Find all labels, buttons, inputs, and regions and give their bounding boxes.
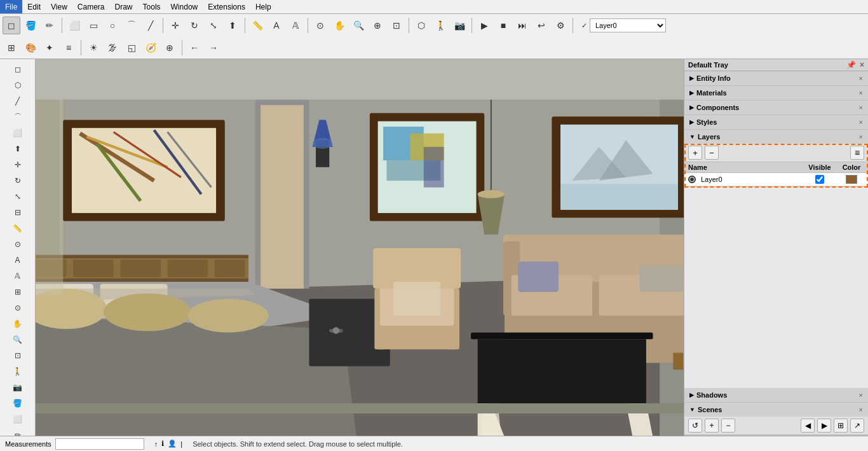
menu-file[interactable]: File xyxy=(0,0,22,13)
reverse-btn[interactable]: ↩ xyxy=(532,17,550,34)
entity-info-header[interactable]: ▶ Entity Info × xyxy=(684,71,868,85)
fog-btn[interactable]: 🌫 xyxy=(104,39,121,57)
pan-btn[interactable]: ✋ xyxy=(330,17,348,34)
scenes-close[interactable]: × xyxy=(859,406,863,413)
forward-btn[interactable]: → xyxy=(205,39,222,57)
scene-export-btn[interactable]: ↗ xyxy=(850,419,864,433)
left-orbit-btn[interactable]: ⊙ xyxy=(10,300,25,316)
materials-close[interactable]: × xyxy=(859,89,863,97)
layer-color-cell[interactable] xyxy=(839,175,864,184)
components-header[interactable]: ▶ Components × xyxy=(684,101,868,114)
scale-btn[interactable]: ⤡ xyxy=(205,17,222,34)
zoom-window-btn[interactable]: ⊕ xyxy=(369,17,386,34)
styles-close[interactable]: × xyxy=(859,118,863,126)
menu-edit[interactable]: Edit xyxy=(22,0,46,13)
materials-btn[interactable]: 🎨 xyxy=(22,39,39,57)
left-tape-btn[interactable]: 📏 xyxy=(10,221,25,236)
scene-prev-btn[interactable]: ◀ xyxy=(801,419,815,433)
step-btn[interactable]: ⏭ xyxy=(513,17,531,34)
menu-camera[interactable]: Camera xyxy=(72,0,110,13)
scene-grid-btn[interactable]: ⊞ xyxy=(834,419,848,433)
orbit-btn[interactable]: ⊙ xyxy=(311,17,329,34)
position-camera-btn[interactable]: 📷 xyxy=(451,17,468,34)
left-pan-btn[interactable]: ✋ xyxy=(10,316,25,331)
scenes-header[interactable]: ▼ Scenes × xyxy=(684,403,868,417)
menu-help[interactable]: Help xyxy=(250,0,276,13)
layer-visible-cell[interactable] xyxy=(801,175,839,184)
walk-btn[interactable]: 🚶 xyxy=(431,17,449,34)
nav-btn[interactable]: 🧭 xyxy=(142,39,159,57)
left-pencil-btn[interactable]: ✏ xyxy=(10,427,25,436)
components-btn[interactable]: ⊞ xyxy=(3,39,20,57)
select-tool-btn[interactable]: ◻ xyxy=(3,17,20,34)
styles-btn[interactable]: ✦ xyxy=(41,39,58,57)
zoom-extents-btn[interactable]: ⊡ xyxy=(388,17,405,34)
rectangle-btn[interactable]: ▭ xyxy=(85,17,102,34)
left-select2-btn[interactable]: ⬡ xyxy=(10,78,25,93)
layers-header[interactable]: ▼ Layers × xyxy=(684,130,868,144)
layer-visible-checkbox[interactable] xyxy=(815,175,824,184)
shadows-close[interactable]: × xyxy=(859,391,863,399)
layer-active-radio[interactable] xyxy=(688,176,696,183)
arc-btn[interactable]: ⌒ xyxy=(123,17,140,34)
layer-color-swatch[interactable] xyxy=(846,175,857,184)
pencil-btn[interactable]: ✏ xyxy=(41,17,58,34)
styles-header[interactable]: ▶ Styles × xyxy=(684,115,868,129)
left-walkthr-btn[interactable]: 🚶 xyxy=(10,364,25,379)
left-paint-btn[interactable]: 🪣 xyxy=(10,396,25,411)
layers-btn-toolbar[interactable]: ≡ xyxy=(60,39,78,57)
stop-btn[interactable]: ■ xyxy=(494,17,512,34)
scene-remove-btn[interactable]: − xyxy=(721,419,735,433)
viewport[interactable] xyxy=(36,59,684,436)
menu-extensions[interactable]: Extensions xyxy=(203,0,250,13)
menu-draw[interactable]: Draw xyxy=(110,0,138,13)
settings-btn[interactable]: ⚙ xyxy=(552,17,569,34)
left-move-btn[interactable]: ✛ xyxy=(10,157,25,172)
left-3dtext-btn[interactable]: 𝔸 xyxy=(10,268,25,284)
rotate-btn[interactable]: ↻ xyxy=(186,17,203,34)
move-btn[interactable]: ✛ xyxy=(166,17,184,34)
line-btn[interactable]: ╱ xyxy=(142,17,159,34)
info-icon[interactable]: ℹ xyxy=(161,440,164,448)
scene-refresh-btn[interactable]: ↺ xyxy=(688,419,702,433)
layer-row-layer0[interactable]: Layer0 xyxy=(684,173,868,186)
measurements-input[interactable] xyxy=(55,438,144,450)
eraser-btn[interactable]: ⬜ xyxy=(65,17,83,34)
left-zoom2-btn[interactable]: 🔍 xyxy=(10,332,25,347)
left-protractor-btn[interactable]: ⊙ xyxy=(10,237,25,252)
zoom-btn[interactable]: 🔍 xyxy=(349,17,367,34)
left-offset-btn[interactable]: ⊟ xyxy=(10,205,25,220)
left-select-btn[interactable]: ◻ xyxy=(10,62,25,77)
layers-close[interactable]: × xyxy=(859,133,863,141)
left-line-btn[interactable]: ╱ xyxy=(10,94,25,109)
left-arc-btn[interactable]: ⌒ xyxy=(10,109,25,125)
panel-close-icon[interactable]: × xyxy=(860,60,864,69)
scene-next-btn[interactable]: ▶ xyxy=(817,419,831,433)
menu-tools[interactable]: Tools xyxy=(138,0,166,13)
panel-pin-icon[interactable]: 📌 xyxy=(846,60,856,69)
shadows-header[interactable]: ▶ Shadows × xyxy=(684,388,868,402)
left-camera-btn[interactable]: 📷 xyxy=(10,380,25,395)
left-scale-btn[interactable]: ⤡ xyxy=(10,189,25,204)
layer-options-btn[interactable]: ≡ xyxy=(850,146,864,160)
materials-header[interactable]: ▶ Materials × xyxy=(684,86,868,100)
remove-layer-btn[interactable]: − xyxy=(705,146,719,160)
components-close[interactable]: × xyxy=(859,104,863,111)
back-btn[interactable]: ← xyxy=(186,39,203,57)
3dtext-btn[interactable]: 𝔸 xyxy=(287,17,304,34)
edge-btn[interactable]: ◱ xyxy=(123,39,140,57)
text-btn[interactable]: A xyxy=(268,17,285,34)
entity-info-close[interactable]: × xyxy=(859,74,863,82)
push-pull-btn[interactable]: ⬆ xyxy=(224,17,241,34)
measure-btn[interactable]: 📏 xyxy=(248,17,266,34)
menu-window[interactable]: Window xyxy=(166,0,203,13)
layer-dropdown[interactable]: Layer0 xyxy=(590,18,666,32)
paint-bucket-btn[interactable]: 🪣 xyxy=(22,17,39,34)
left-section-btn[interactable]: ⊞ xyxy=(10,284,25,300)
left-zoomext-btn[interactable]: ⊡ xyxy=(10,348,25,363)
left-text-btn[interactable]: A xyxy=(10,253,25,268)
circle-btn[interactable]: ○ xyxy=(104,17,121,34)
shadows-btn[interactable]: ☀ xyxy=(85,39,102,57)
add-layer-btn[interactable]: + xyxy=(688,146,702,160)
left-shape-btn[interactable]: ⬜ xyxy=(10,125,25,141)
